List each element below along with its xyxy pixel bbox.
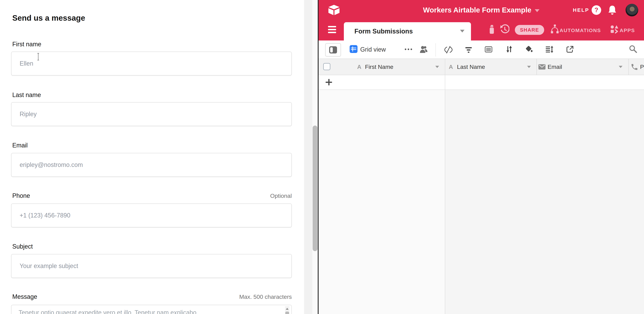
color-icon[interactable] [525,45,533,53]
notifications-bell-icon[interactable] [608,5,617,15]
first-name-input[interactable] [11,52,292,76]
select-all-checkbox[interactable] [323,63,330,70]
email-input[interactable] [11,153,292,177]
base-title: Workers Airtable Form Example [423,6,532,14]
grid-view-icon[interactable] [350,45,358,53]
add-record-row[interactable] [318,75,644,90]
column-divider [536,59,537,75]
phone-label: Phone [11,192,30,199]
scroll-up-arrow-icon[interactable] [285,306,290,311]
table-tab-form-submissions[interactable]: Form Submissions [344,22,471,41]
first-name-label: First name [11,41,41,48]
user-avatar[interactable] [626,4,638,17]
automations-icon[interactable] [551,24,559,34]
menu-hamburger-icon[interactable] [328,26,336,35]
screenshot-root: Send us a message First name Last name E… [0,0,644,314]
column-header-last-name[interactable]: Last Name [457,59,485,75]
email-field-icon [538,64,546,70]
table-name: Form Submissions [354,28,413,35]
trash-icon[interactable] [488,25,496,34]
share-button[interactable]: SHARE [515,25,544,35]
toolbar-divider [436,43,436,57]
form-title: Send us a message [12,13,85,23]
primary-column-divider [445,59,445,314]
add-record-plus-icon[interactable] [326,79,332,85]
message-textarea[interactable]: Tenetur optio quaerat expedite vero et i… [11,305,292,314]
sidebar-panel-icon [329,46,337,54]
phone-optional-hint: Optional [270,193,292,199]
apps-icon[interactable] [610,25,618,34]
message-scrollbar[interactable] [285,306,290,314]
hide-fields-icon[interactable] [444,46,453,54]
phone-input[interactable] [11,203,292,227]
contact-form-pane: Send us a message First name Last name E… [0,0,304,314]
page-scrollbar-thumb[interactable] [312,126,318,251]
view-more-icon[interactable] [405,49,412,50]
apps-label[interactable]: APPS [620,20,635,41]
column-header-first-name[interactable]: First Name [365,59,393,75]
automations-label[interactable]: AUTOMATIONS [560,20,601,41]
airtable-logo-icon[interactable] [328,4,340,17]
subject-label: Subject [11,243,33,250]
message-maxchars-hint: Max. 500 characters [239,293,292,300]
base-title-dropdown[interactable]: Workers Airtable Form Example [423,0,540,20]
airtable-topbar: Workers Airtable Form Example HELP ? [318,0,644,20]
share-view-icon[interactable] [566,46,574,53]
collaborators-icon[interactable] [419,45,428,54]
chevron-down-icon[interactable] [460,30,464,33]
last-name-label: Last name [11,91,41,99]
text-field-icon: A [449,59,453,75]
column-header-email[interactable]: Email [548,59,562,75]
chevron-down-icon[interactable] [435,66,439,68]
message-label: Message [11,293,37,300]
history-icon[interactable] [500,24,509,34]
phone-field-icon [630,63,638,71]
filter-icon[interactable] [465,47,472,54]
grid-empty-area [445,90,644,314]
search-icon[interactable] [628,45,637,53]
share-label: SHARE [520,27,539,33]
text-field-icon: A [357,59,362,75]
text-cursor-icon [37,53,40,61]
grid-header-row: A First Name A Last Name Email P [318,59,644,75]
toggle-view-sidebar-button[interactable] [325,43,341,57]
last-name-input[interactable] [11,102,292,126]
help-question-icon[interactable]: ? [592,5,601,15]
help-button[interactable]: HELP [573,0,589,20]
email-label: Email [11,142,28,149]
chevron-down-icon [535,9,540,12]
sort-icon[interactable] [505,45,513,53]
message-placeholder-text: Tenetur optio quaerat expedite vero et i… [18,308,278,314]
chevron-down-icon[interactable] [619,66,622,68]
chevron-down-icon[interactable] [527,66,531,68]
column-divider [628,59,629,75]
message-scrollbar-thumb[interactable] [285,311,289,314]
group-icon[interactable] [484,46,493,53]
view-name[interactable]: Grid view [360,41,386,59]
airtable-window: Workers Airtable Form Example HELP ? For… [318,0,644,314]
row-height-icon[interactable] [545,46,554,53]
subject-input[interactable] [11,254,292,278]
grid-empty-area-primary [318,90,445,314]
page-scrollbar-gutter [304,0,318,314]
column-header-phone[interactable]: P [640,59,644,75]
